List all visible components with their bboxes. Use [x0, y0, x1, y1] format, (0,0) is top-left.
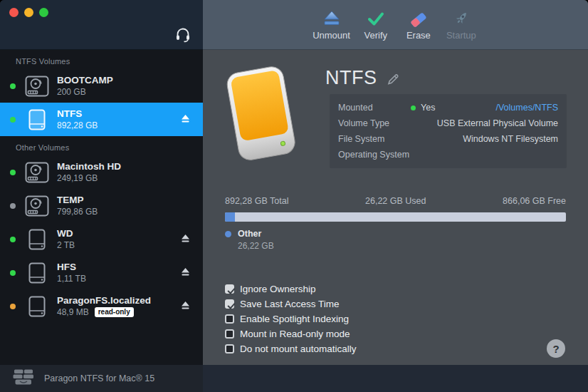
checkmark-icon [367, 9, 385, 27]
checkbox-checked-icon [225, 299, 234, 309]
close-button[interactable] [9, 8, 19, 17]
volume-size: 200 GB [57, 87, 113, 97]
volume-row-hfs[interactable]: HFS 1,11 TB [0, 256, 203, 289]
status-dot [10, 117, 16, 123]
title-row: NTFS [325, 67, 400, 89]
volume-size: 2 TB [57, 240, 75, 250]
eject-icon[interactable] [181, 233, 190, 246]
volume-name: Macintosh HD [57, 161, 121, 172]
checkbox-unchecked-icon [225, 344, 234, 354]
erase-button[interactable]: Erase [401, 9, 436, 41]
option-label: Enable Spotlight Indexing [240, 314, 349, 324]
rocket-icon [452, 9, 471, 27]
volume-row-ntfs[interactable]: NTFS 892,28 GB [0, 103, 203, 136]
verify-button[interactable]: Verify [359, 9, 393, 41]
support-headset-icon[interactable] [174, 26, 191, 43]
window-controls [9, 8, 48, 17]
option-label: Ignore Ownership [240, 284, 316, 294]
app-name: Paragon NTFS for Mac® 15 [44, 373, 154, 383]
edit-icon[interactable] [386, 72, 400, 89]
option-save-last-access-time[interactable]: Save Last Access Time [225, 299, 357, 309]
info-value: USB External Physical Volume [437, 118, 558, 128]
eject-icon [322, 9, 341, 27]
minimize-button[interactable] [24, 8, 33, 17]
usage-labels: 892,28 GB Total 26,22 GB Used 866,06 GB … [225, 196, 566, 206]
status-dot [10, 83, 16, 89]
status-dot [10, 203, 16, 209]
option-ignore-ownership[interactable]: Ignore Ownership [225, 284, 357, 294]
section-label-ntfs-volumes: NTFS Volumes [0, 50, 203, 69]
volume-info-panel: Mounted Yes /Volumes/NTFS Volume Type US… [330, 94, 567, 168]
volume-size: 799,86 GB [57, 207, 98, 217]
usage-bar [225, 212, 566, 222]
disk-stack-icon [13, 369, 34, 388]
section-label-other-volumes: Other Volumes [0, 136, 203, 155]
internal-drive-icon [24, 162, 50, 183]
usage-legend: Other 26,22 GB [225, 229, 566, 251]
option-label: Do not mount automatically [240, 344, 357, 354]
volume-row-wd[interactable]: WD 2 TB [0, 222, 203, 256]
option-label: Save Last Access Time [240, 299, 340, 309]
info-row-file-system: File System Windows NT Filesystem [338, 131, 558, 147]
usage-section: 892,28 GB Total 26,22 GB Used 866,06 GB … [225, 196, 566, 251]
sidebar-header [0, 0, 203, 50]
info-row-operating-system: Operating System [338, 147, 558, 163]
volume-size: 892,28 GB [57, 120, 98, 130]
startup-button: Startup [444, 9, 478, 41]
legend-dot [225, 231, 231, 237]
internal-drive-icon [24, 195, 50, 217]
status-dot [10, 170, 16, 175]
bottom-strip [203, 365, 588, 392]
volume-size: 249,19 GB [57, 173, 121, 183]
eraser-icon [409, 9, 428, 27]
legend-label: Other [238, 229, 261, 239]
internal-drive-icon [24, 76, 50, 97]
verify-label: Verify [364, 30, 388, 41]
info-row-volume-type: Volume Type USB External Physical Volume [338, 115, 558, 131]
external-drive-icon [24, 109, 50, 130]
unmount-button[interactable]: Unmount [313, 9, 350, 41]
info-label: Mounted [338, 103, 411, 113]
checkbox-unchecked-icon [225, 314, 234, 324]
info-row-mounted: Mounted Yes /Volumes/NTFS [338, 100, 558, 115]
main-panel: NTFS Mounted Yes /Volumes/NTFS Volume Ty… [203, 50, 588, 365]
eject-icon[interactable] [181, 300, 190, 313]
volume-name: WD [57, 228, 75, 239]
option-enable-spotlight-indexing[interactable]: Enable Spotlight Indexing [225, 314, 357, 324]
help-button[interactable]: ? [547, 339, 565, 358]
erase-label: Erase [406, 30, 431, 41]
sidebar: NTFS Volumes BOOTCAMP 200 GB [0, 0, 203, 365]
checkbox-checked-icon [225, 284, 234, 294]
mount-options: Ignore Ownership Save Last Access Time E… [225, 284, 357, 359]
read-only-badge: read-only [95, 307, 134, 317]
usage-free: 866,06 GB Free [503, 196, 566, 206]
option-do-not-mount-automatically[interactable]: Do not mount automatically [225, 344, 357, 354]
volume-row-macintosh-hd[interactable]: Macintosh HD 249,19 GB [0, 155, 203, 189]
toolbar: Unmount Verify Erase [203, 0, 588, 50]
volume-size: 1,11 TB [57, 274, 86, 284]
option-mount-read-only[interactable]: Mount in Read-only mode [225, 329, 357, 339]
app-footer: Paragon NTFS for Mac® 15 [0, 365, 203, 392]
eject-icon[interactable] [181, 267, 190, 279]
info-label: Operating System [338, 150, 411, 160]
volume-row-paragonfs[interactable]: ParagonFS.localized 48,9 MB read-only [0, 289, 203, 323]
volume-size: 48,9 MB read-only [57, 307, 151, 317]
eject-icon[interactable] [181, 113, 190, 126]
volume-name: HFS [57, 262, 86, 272]
zoom-button[interactable] [39, 8, 48, 17]
mount-path-link[interactable]: /Volumes/NTFS [495, 103, 558, 113]
external-drive-icon [24, 296, 50, 317]
info-label: File System [338, 134, 411, 144]
usage-bar-fill [225, 212, 235, 222]
volume-hero-icon [223, 64, 300, 168]
unmount-label: Unmount [313, 30, 350, 41]
info-value: Windows NT Filesystem [463, 134, 558, 144]
usage-used: 26,22 GB Used [288, 196, 503, 206]
volume-row-temp[interactable]: TEMP 799,86 GB [0, 189, 203, 222]
volume-name: ParagonFS.localized [57, 295, 151, 306]
volume-name: NTFS [57, 108, 98, 119]
status-dot [10, 270, 16, 276]
volume-row-bootcamp[interactable]: BOOTCAMP 200 GB [0, 69, 203, 103]
option-label: Mount in Read-only mode [240, 329, 350, 339]
legend-value: 26,22 GB [238, 241, 566, 251]
